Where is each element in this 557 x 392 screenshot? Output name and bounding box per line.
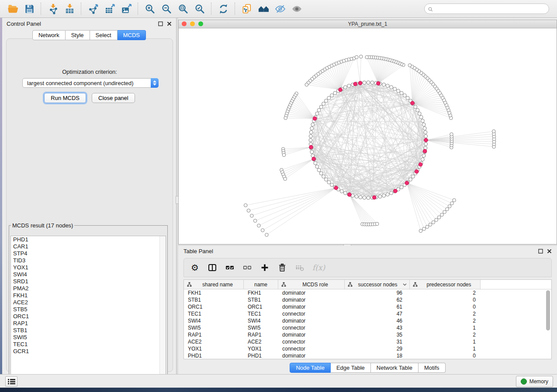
mcds-node-item[interactable]: STP4 — [11, 250, 166, 257]
mcds-node-item[interactable]: ACE2 — [11, 299, 166, 306]
float-panel-icon[interactable] — [158, 21, 163, 26]
control-panel: Control Panel NetworkStyleSelectMCDS Opt… — [2, 18, 176, 374]
zoom-out-icon[interactable] — [159, 2, 174, 15]
float-panel-icon[interactable] — [538, 249, 543, 254]
refresh-view-icon[interactable] — [216, 2, 231, 15]
close-panel-icon[interactable] — [547, 249, 552, 254]
tab-motifs[interactable]: Motifs — [419, 363, 446, 373]
zoom-fit-content-icon[interactable] — [176, 2, 190, 15]
mcds-node-item[interactable]: YOX1 — [11, 264, 166, 271]
network-canvas[interactable] — [179, 28, 557, 244]
table-row[interactable]: STB1STB1dominator620 — [184, 296, 551, 303]
duplicate-network-icon[interactable] — [239, 2, 254, 15]
cell-predecessor-nodes: 2 — [410, 318, 481, 324]
mcds-node-item[interactable]: SRD1 — [11, 278, 166, 285]
export-network-icon[interactable] — [86, 2, 100, 15]
minimize-window-icon[interactable] — [190, 21, 195, 26]
table-row[interactable]: ORC1ORC1dominator610 — [184, 303, 551, 310]
mcds-node-item[interactable]: SWI5 — [11, 334, 166, 341]
mcds-list-scrollbar[interactable] — [159, 236, 166, 379]
cell-shared-name: RAP1 — [184, 332, 244, 338]
column-header-successor-nodes[interactable]: successor nodes — [345, 280, 410, 289]
cell-shared-name: STB1 — [184, 297, 244, 303]
mcds-node-item[interactable]: SWI4 — [11, 271, 166, 278]
table-settings-gear-icon[interactable]: ⚙ — [190, 262, 200, 273]
zoom-in-icon[interactable] — [142, 2, 157, 15]
mcds-node-item[interactable]: STB1 — [11, 327, 166, 334]
hide-selected-icon[interactable] — [273, 2, 287, 15]
node-table-body: FKH1FKH1dominator962STB1STB1dominator620… — [184, 289, 551, 359]
column-header-shared-name[interactable]: shared name — [184, 280, 244, 289]
deselect-all-rows-icon[interactable] — [242, 262, 252, 273]
table-scrollbar-thumb[interactable] — [546, 290, 550, 330]
table-row[interactable]: TEC1TEC1connector472 — [184, 310, 551, 317]
export-image-icon[interactable] — [119, 2, 134, 15]
memory-button[interactable]: Memory — [516, 376, 553, 387]
table-panel-tabs: Node TableEdge TableNetwork TableMotifs — [178, 363, 557, 373]
mcds-node-item[interactable]: FKH1 — [11, 292, 166, 299]
tab-node-table[interactable]: Node Table — [290, 363, 331, 373]
select-all-rows-icon[interactable] — [225, 262, 235, 273]
task-history-button[interactable] — [5, 376, 17, 387]
mcds-node-item[interactable]: RAP1 — [11, 320, 166, 327]
mcds-node-item[interactable]: TEC1 — [11, 341, 166, 348]
mcds-node-item[interactable]: PHD1 — [11, 236, 166, 243]
cell-successor-nodes: 31 — [345, 339, 410, 345]
table-row[interactable]: SWI4SWI4dominator462 — [184, 317, 551, 324]
column-visibility-icon[interactable] — [208, 262, 217, 273]
column-header-MCDS-role[interactable]: MCDS role — [278, 280, 345, 289]
optimization-select[interactable]: largest connected component (undirected) — [22, 78, 159, 88]
cell-name: ORC1 — [244, 304, 278, 310]
mcds-node-item[interactable]: TID3 — [11, 257, 166, 264]
control-panel-tabs: NetworkStyleSelectMCDS — [2, 30, 176, 40]
save-session-icon[interactable] — [22, 2, 37, 15]
maximize-window-icon[interactable] — [198, 21, 203, 26]
main-toolbar-groups — [4, 2, 305, 15]
cell-successor-nodes: 18 — [345, 353, 410, 359]
delete-column-icon[interactable] — [277, 262, 287, 273]
tab-network-table[interactable]: Network Table — [371, 363, 419, 373]
import-table-from-file-icon[interactable] — [62, 2, 77, 15]
table-row[interactable]: PHD1PHD1dominator180 — [184, 352, 551, 359]
toolbar-separator — [211, 3, 212, 15]
cell-predecessor-nodes: 2 — [410, 290, 481, 296]
add-column-icon[interactable] — [260, 262, 270, 273]
column-header-name[interactable]: name — [244, 280, 278, 289]
tab-mcds[interactable]: MCDS — [118, 30, 146, 40]
zoom-selected-region-icon[interactable] — [192, 2, 207, 15]
delete-table-icon — [295, 262, 304, 273]
close-window-icon[interactable] — [182, 21, 187, 26]
task-list-icon — [8, 378, 15, 385]
network-view-window: YPA_prune.txt_1 — [178, 20, 557, 244]
table-row[interactable]: ACE2ACE2connector311 — [184, 338, 551, 345]
tab-network[interactable]: Network — [32, 30, 66, 40]
import-network-from-file-icon[interactable] — [45, 2, 60, 15]
export-table-icon[interactable] — [102, 2, 117, 15]
tab-edge-table[interactable]: Edge Table — [331, 363, 371, 373]
cell-successor-nodes: 96 — [345, 290, 410, 296]
table-row[interactable]: SWI5SWI5connector431 — [184, 324, 551, 331]
show-all-icon[interactable] — [289, 2, 304, 15]
column-header-predecessor-nodes[interactable]: predecessor nodes — [410, 280, 481, 289]
network-window-titlebar[interactable]: YPA_prune.txt_1 — [179, 20, 557, 28]
table-row[interactable]: FKH1FKH1dominator962 — [184, 289, 551, 296]
close-panel-button[interactable]: Close panel — [92, 93, 135, 103]
mcds-node-item[interactable]: GCR1 — [11, 348, 166, 355]
open-file-icon[interactable] — [5, 2, 20, 15]
mcds-node-item[interactable]: STB5 — [11, 306, 166, 313]
mcds-node-item[interactable]: ORC1 — [11, 313, 166, 320]
cell-successor-nodes: 43 — [345, 325, 410, 331]
run-mcds-button[interactable]: Run MCDS — [44, 93, 86, 103]
mcds-node-item[interactable]: PMA2 — [11, 285, 166, 292]
tab-style[interactable]: Style — [66, 30, 90, 40]
close-panel-icon[interactable] — [167, 21, 172, 26]
cell-MCDS-role: dominator — [278, 290, 345, 296]
table-panel-title: Table Panel — [183, 248, 213, 254]
mcds-node-item[interactable]: CAR1 — [11, 243, 166, 250]
tab-select[interactable]: Select — [90, 30, 118, 40]
search-box[interactable] — [424, 3, 549, 14]
table-row[interactable]: YOX1YOX1connector291 — [184, 345, 551, 352]
first-neighbors-icon[interactable] — [256, 2, 271, 15]
search-input[interactable] — [433, 5, 535, 12]
table-row[interactable]: RAP1RAP1dominator352 — [184, 331, 551, 338]
